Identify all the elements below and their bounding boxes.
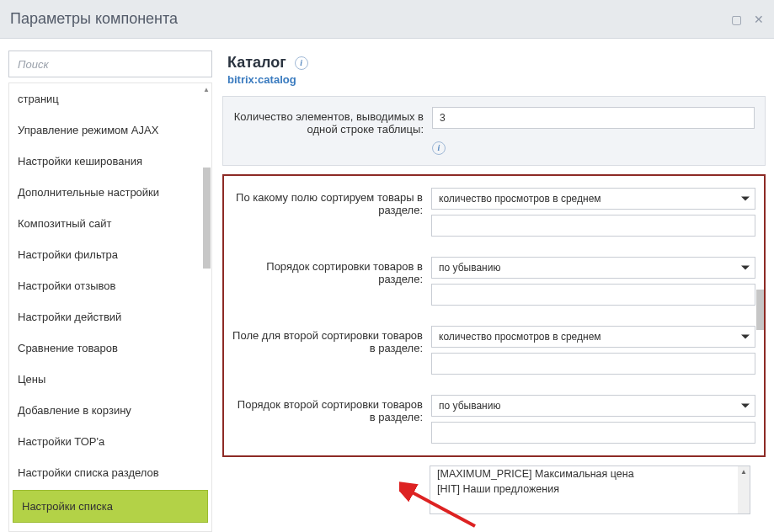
titlebar: Параметры компонента ▢ ✕ [0, 0, 774, 39]
sidebar-item[interactable]: Сравнение товаров [9, 332, 211, 364]
scroll-up-icon[interactable]: ▲ [738, 466, 750, 478]
main-panel: Каталог i bitrix:catalog Количество элем… [222, 51, 766, 532]
sidebar-item[interactable]: Композитный сайт [9, 208, 211, 239]
search-input[interactable] [8, 51, 212, 77]
sort2-field-label: Поле для второй сортировки товаров в раз… [232, 326, 423, 354]
sidebar-item-label: Управление режимом AJAX [18, 124, 158, 136]
sidebar-item[interactable]: Добавление в корзину [9, 395, 211, 426]
select-value: количество просмотров в среднем [439, 331, 601, 343]
select-value: количество просмотров в среднем [439, 193, 601, 205]
sidebar-item[interactable]: Управление режимом AJAX [9, 114, 211, 146]
list-item[interactable]: [MAXIMUM_PRICE] Максимальная цена [430, 466, 750, 481]
select-value: по убыванию [439, 400, 500, 412]
component-header: Каталог i bitrix:catalog [222, 51, 766, 96]
sidebar-item-label: Настройки действий [18, 311, 121, 323]
close-icon[interactable]: ✕ [754, 13, 764, 26]
sidebar-item[interactable]: Цены [9, 364, 211, 395]
sidebar-item[interactable]: Настройки списка разделов [9, 457, 211, 488]
sidebar-item-label: Настройки отзывов [18, 279, 115, 292]
sidebar-item-active[interactable]: Настройки списка [13, 490, 208, 523]
sort2-field-extra[interactable] [431, 353, 755, 375]
sidebar-item-label: Настройки фильтра [18, 248, 118, 261]
sidebar-item[interactable]: Настройки ТОР'а [9, 426, 211, 457]
sidebar-item-label: Настройки списка [22, 500, 113, 513]
sidebar-item-label: Дополнительные настройки [18, 186, 159, 199]
sidebar-item-label: Сравнение товаров [18, 342, 118, 354]
sort1-field-extra[interactable] [431, 215, 755, 237]
count-input[interactable] [432, 107, 755, 129]
sidebar-item[interactable]: Дополнительные настройки [9, 177, 211, 208]
sidebar-list[interactable]: страниц Управление режимом AJAX Настройк… [9, 83, 211, 531]
info-icon[interactable]: i [432, 141, 446, 155]
chevron-down-icon [741, 196, 750, 200]
sidebar-item-label: Композитный сайт [18, 217, 111, 230]
sidebar-item-label: страниц [18, 93, 59, 105]
sidebar-item-label: Добавление в корзину [18, 404, 131, 417]
sort1-field-select[interactable]: количество просмотров в среднем [431, 188, 755, 210]
window-title: Параметры компонента [10, 10, 731, 28]
sidebar-item-label: Цены [18, 373, 45, 386]
sidebar-scroll-thumb[interactable] [203, 168, 211, 269]
sidebar-item[interactable]: Настройки действий [9, 301, 211, 332]
sidebar-item-label: Настройки списка разделов [18, 466, 159, 479]
listbox-scrollbar[interactable]: ▲ [738, 466, 750, 513]
sort2-field-select[interactable]: количество просмотров в среднем [431, 326, 755, 348]
count-panel: Количество элементов, выводимых в одной … [222, 96, 766, 166]
sort1-order-label: Порядок сортировки товаров в разделе: [232, 257, 423, 285]
main-scroll-thumb[interactable] [756, 290, 764, 330]
sort-highlight-group: По какому полю сортируем товары в раздел… [222, 174, 766, 457]
count-label: Количество элементов, выводимых в одной … [233, 107, 424, 136]
chevron-down-icon [741, 334, 750, 338]
sort1-order-select[interactable]: по убыванию [431, 257, 755, 279]
chevron-down-icon [741, 403, 750, 407]
sort1-field-label: По какому полю сортируем товары в раздел… [232, 188, 423, 216]
chevron-down-icon [741, 265, 750, 269]
sidebar: страниц Управление режимом AJAX Настройк… [8, 51, 212, 532]
sort1-order-extra[interactable] [431, 284, 755, 306]
main-scrollbar[interactable] [754, 96, 766, 532]
sidebar-item[interactable]: Настройки фильтра [9, 239, 211, 270]
scroll-up-icon[interactable]: ▲ [201, 83, 211, 95]
sidebar-item-label: Настройки кеширования [18, 155, 142, 168]
info-icon[interactable]: i [295, 56, 308, 70]
select-value: по убыванию [439, 262, 500, 274]
sidebar-item-label: Настройки ТОР'а [18, 435, 104, 448]
maximize-icon[interactable]: ▢ [731, 13, 742, 26]
sidebar-item[interactable]: Настройки отзывов [9, 270, 211, 301]
sidebar-item[interactable]: страниц [9, 83, 211, 114]
sidebar-item[interactable]: Настройки кеширования [9, 146, 211, 177]
component-tech-name: bitrix:catalog [227, 73, 761, 86]
sort2-order-label: Порядок второй сортировки товаров в разд… [232, 395, 423, 423]
sort2-order-select[interactable]: по убыванию [431, 395, 755, 417]
list-item[interactable]: [HIT] Наши предложения [430, 481, 750, 497]
component-title: Каталог [227, 54, 286, 72]
property-listbox[interactable]: [MAXIMUM_PRICE] Максимальная цена [HIT] … [430, 466, 750, 514]
sidebar-scrollbar[interactable]: ▲ [201, 83, 211, 531]
sort2-order-extra[interactable] [431, 422, 755, 444]
